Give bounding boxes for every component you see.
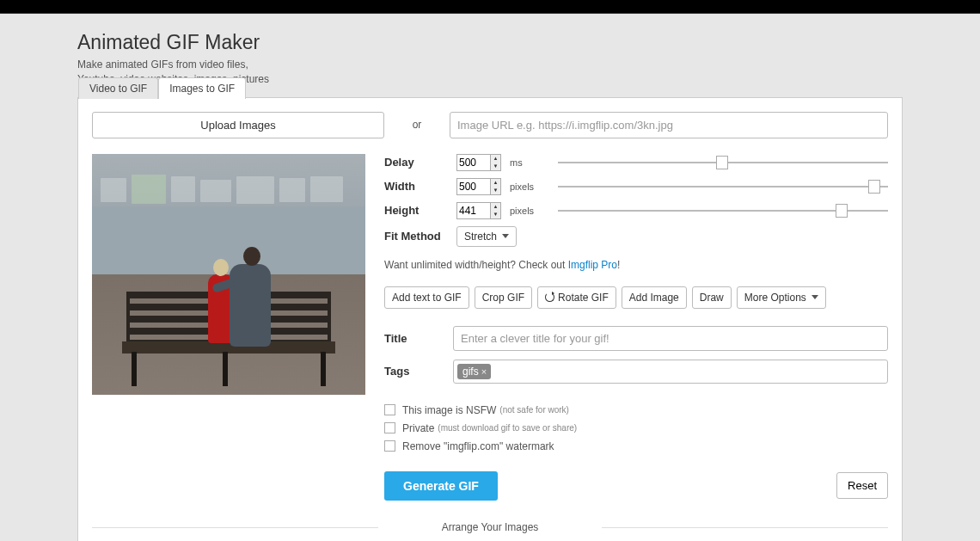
width-input[interactable] <box>456 178 491 195</box>
delay-slider[interactable] <box>558 158 888 167</box>
width-slider[interactable] <box>558 182 888 191</box>
nsfw-label: This image is NSFW <box>402 404 496 416</box>
controls-pane: Delay ▲▼ ms Width ▲▼ pixels Height ▲▼ <box>384 154 888 501</box>
arrange-section-title: Arrange Your Images <box>92 521 888 533</box>
add-image-button[interactable]: Add Image <box>622 286 687 309</box>
tab-images-to-gif[interactable]: Images to GIF <box>158 77 246 99</box>
delay-unit: ms <box>510 157 546 168</box>
private-checkbox[interactable] <box>384 422 395 433</box>
draw-button[interactable]: Draw <box>692 286 732 309</box>
caret-down-icon <box>502 234 509 238</box>
delay-label: Delay <box>384 156 456 169</box>
height-spinner[interactable]: ▲▼ <box>491 202 501 219</box>
add-text-button[interactable]: Add text to GIF <box>384 286 469 309</box>
imgflip-pro-link[interactable]: Imgflip Pro <box>568 259 617 271</box>
top-nav-bar <box>0 0 980 14</box>
private-label: Private <box>402 422 434 434</box>
rotate-icon <box>545 292 554 302</box>
generate-gif-button[interactable]: Generate GIF <box>384 471 498 501</box>
height-unit: pixels <box>510 206 546 216</box>
crop-gif-button[interactable]: Crop GIF <box>475 286 532 309</box>
or-separator: or <box>400 119 434 131</box>
fit-method-select[interactable]: Stretch <box>456 226 517 247</box>
tags-label: Tags <box>384 365 453 378</box>
height-input[interactable] <box>456 202 491 219</box>
tag-chip[interactable]: gifs× <box>457 364 491 379</box>
tag-remove-icon[interactable]: × <box>481 366 487 377</box>
rotate-gif-button[interactable]: Rotate GIF <box>537 286 616 309</box>
upload-images-button[interactable]: Upload Images <box>92 112 384 138</box>
title-label: Title <box>384 332 453 345</box>
fit-method-label: Fit Method <box>384 230 456 243</box>
preview-pane <box>92 154 365 501</box>
tab-video-to-gif[interactable]: Video to GIF <box>78 77 158 99</box>
delay-spinner[interactable]: ▲▼ <box>491 154 501 171</box>
nsfw-note: (not safe for work) <box>499 405 569 415</box>
title-input[interactable] <box>453 326 888 351</box>
height-label: Height <box>384 204 456 217</box>
watermark-label: Remove "imgflip.com" watermark <box>402 440 554 452</box>
fit-method-value: Stretch <box>464 231 497 243</box>
watermark-checkbox[interactable] <box>384 440 395 452</box>
reset-button[interactable]: Reset <box>836 472 888 499</box>
preview-image <box>92 154 365 395</box>
width-label: Width <box>384 180 456 193</box>
page-title: Animated GIF Maker <box>77 31 903 54</box>
height-slider[interactable] <box>558 206 888 215</box>
width-spinner[interactable]: ▲▼ <box>491 178 501 195</box>
delay-input[interactable] <box>456 154 491 171</box>
private-note: (must download gif to save or share) <box>438 423 577 433</box>
main-card: Video to GIF Images to GIF Upload Images… <box>77 97 903 541</box>
width-unit: pixels <box>510 181 546 192</box>
tags-input[interactable]: gifs× <box>453 360 888 384</box>
pro-message: Want unlimited width/height? Check out I… <box>384 259 888 271</box>
more-options-button[interactable]: More Options <box>737 286 826 309</box>
nsfw-checkbox[interactable] <box>384 404 395 415</box>
caret-down-icon <box>812 295 818 299</box>
image-url-input[interactable] <box>450 112 888 138</box>
